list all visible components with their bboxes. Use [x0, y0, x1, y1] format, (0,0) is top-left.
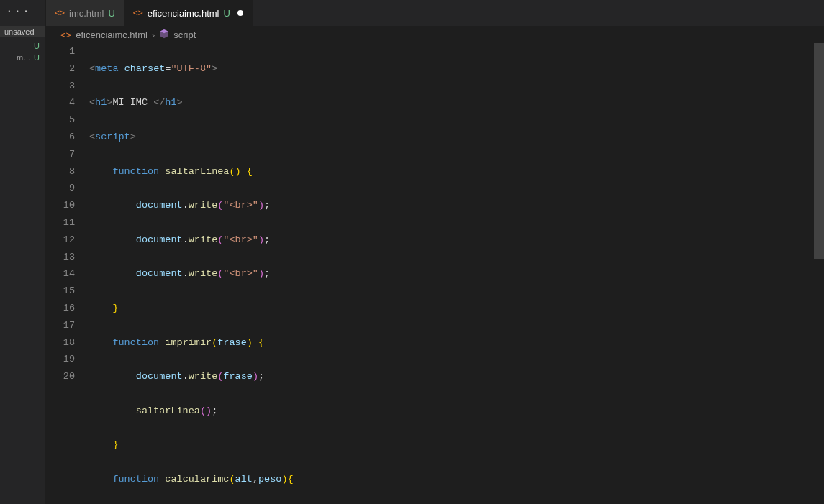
dirty-indicator-icon	[237, 10, 243, 16]
modified-badge: U	[224, 8, 230, 19]
tab-bar: <> imc.html U <> eficenciaimc.html U	[46, 0, 824, 26]
html-file-icon: <>	[60, 29, 71, 40]
modified-badge: U	[34, 42, 40, 50]
chevron-right-icon: ›	[152, 29, 155, 40]
modified-badge: U	[34, 53, 40, 62]
modified-badge: U	[108, 8, 114, 19]
breadcrumb-file: eficenciaimc.html	[76, 29, 148, 40]
code-area[interactable]: <meta charset="UTF-8"> <h1>MI IMC </h1> …	[89, 43, 814, 504]
tab-imc[interactable]: <> imc.html U	[46, 0, 124, 26]
file-item[interactable]: U	[0, 40, 45, 52]
breadcrumb-symbol: script	[173, 29, 196, 40]
html-file-icon: <>	[133, 8, 143, 18]
sidebar-header: ···	[0, 0, 45, 23]
line-gutter: 1234567891011121314151617181920	[46, 43, 89, 504]
module-icon	[159, 29, 169, 41]
editor-main: <> imc.html U <> eficenciaimc.html U <> …	[46, 0, 824, 504]
breadcrumb[interactable]: <> eficenciaimc.html › script	[46, 26, 824, 43]
file-item[interactable]: m… U	[0, 52, 45, 63]
vertical-scrollbar[interactable]	[814, 43, 824, 504]
tab-label: eficenciaimc.html	[148, 8, 219, 19]
tab-eficenciaimc[interactable]: <> eficenciaimc.html U	[124, 0, 253, 26]
unsaved-label: unsaved	[0, 26, 45, 37]
file-list: U m… U	[0, 40, 45, 63]
code-editor[interactable]: 1234567891011121314151617181920 <meta ch…	[46, 43, 824, 504]
tab-label: imc.html	[69, 8, 104, 19]
scrollbar-thumb[interactable]	[814, 43, 824, 259]
explorer-sidebar: ··· unsaved U m… U	[0, 0, 46, 504]
html-file-icon: <>	[55, 8, 65, 18]
more-icon[interactable]: ···	[6, 5, 31, 18]
